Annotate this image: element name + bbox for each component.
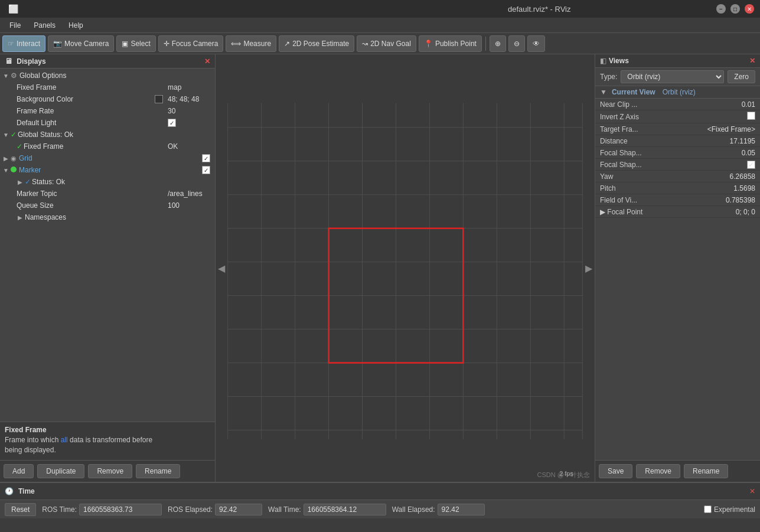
views-close[interactable]: ✕ [749,57,755,65]
background-color-row[interactable]: Background Color 48; 48; 48 [0,93,215,105]
maximize-button[interactable]: □ [730,4,740,14]
target-frame-label: Target Fra... [600,125,705,133]
ros-time-input[interactable] [79,504,162,515]
focal-shape1-row[interactable]: Focal Shap... 0.05 [595,147,760,159]
yaw-row[interactable]: Yaw 6.26858 [595,171,760,182]
marker-label: Marker [19,166,202,174]
global-status-fixed-frame-row[interactable]: ✓ Fixed Frame OK [0,141,215,152]
focal-shape2-check[interactable]: ✓ [747,161,755,169]
focal-point-row[interactable]: ▶ Focal Point 0; 0; 0 [595,206,760,218]
measure-button[interactable]: ⟺ Measure [226,35,276,52]
marker-status-row[interactable]: ▶ ✓ Status: Ok [0,176,215,188]
monitor-icon: 🖥 [5,57,12,66]
near-clip-row[interactable]: Near Clip ... 0.01 [595,99,760,110]
views-rename-button[interactable]: Rename [684,464,728,478]
views-remove-button[interactable]: Remove [636,464,680,478]
background-color-value: 48; 48; 48 [165,95,213,103]
tree-content: ▼ ⚙ Global Options Fixed Frame map Backg… [0,68,215,422]
invert-z-check[interactable] [747,112,755,120]
views-icon: ◧ [600,57,606,65]
frame-rate-row[interactable]: Frame Rate 30 [0,105,215,117]
near-clip-value: 0.01 [739,100,755,109]
marker-topic-row[interactable]: Marker Topic /area_lines [0,188,215,200]
camera-icon: 📷 [53,40,62,48]
field-of-view-label: Field of Vi... [600,196,723,204]
status-text: Frame into which all data is transformed… [5,435,210,455]
default-light-row[interactable]: Default Light ✓ [0,117,215,129]
wall-elapsed-input[interactable] [438,504,485,515]
invert-z-row[interactable]: Invert Z Axis [595,110,760,123]
experimental-checkbox[interactable] [704,505,712,513]
global-status-row[interactable]: ▼ ✓ Global Status: Ok [0,129,215,141]
pose-icon: ↗ [284,40,290,48]
field-of-view-row[interactable]: Field of Vi... 0.785398 [595,194,760,206]
menu-panels[interactable]: Panels [28,20,61,31]
time-close[interactable]: ✕ [749,487,755,495]
fps-display: 2 fps [559,470,573,477]
global-status-fixed-frame-value: OK [165,142,213,151]
fixed-frame-row[interactable]: Fixed Frame map [0,81,215,93]
zero-button[interactable]: Zero [728,70,755,83]
eye-icon-button[interactable]: 👁 [527,35,545,52]
marker-check[interactable]: ✓ [202,166,210,174]
displays-panel-header: 🖥 Displays ✕ [0,54,215,68]
ros-elapsed-input[interactable] [215,504,262,515]
remove-button[interactable]: Remove [88,464,132,478]
nav-goal-button[interactable]: ↝ 2D Nav Goal [357,35,416,52]
reset-button[interactable]: Reset [5,503,36,516]
grid-check[interactable]: ✓ [202,154,210,162]
panel-buttons: Add Duplicate Remove Rename [0,460,215,482]
distance-row[interactable]: Distance 17.1195 [595,135,760,147]
queue-size-row[interactable]: Queue Size 100 [0,200,215,211]
pitch-value: 1.5698 [731,184,755,192]
wall-time-input[interactable] [304,504,386,515]
fixed-frame-label: Fixed Frame [17,83,165,92]
move-camera-button[interactable]: 📷 Move Camera [48,35,114,52]
add-button[interactable]: Add [4,464,34,478]
namespaces-label: Namespaces [25,213,213,221]
displays-close[interactable]: ✕ [204,57,210,66]
add-icon-button[interactable]: ⊕ [490,35,506,52]
status-highlight: all [61,436,68,444]
wall-time-group: Wall Time: [268,504,386,515]
point-icon: 📍 [424,40,433,48]
focal-shape2-row[interactable]: Focal Shap... ✓ [595,159,760,171]
views-buttons: Save Remove Rename [595,460,760,482]
publish-point-button[interactable]: 📍 Publish Point [419,35,482,52]
views-panel: ◧ Views ✕ Type: Orbit (rviz) Zero ▼ Curr… [595,54,760,482]
close-button[interactable]: ✕ [745,4,754,14]
viewport[interactable]: ◀ ▶ CSDN @一叶执念 2 fps [216,54,595,482]
global-options-row[interactable]: ▼ ⚙ Global Options [0,70,215,81]
collapse-left-arrow[interactable]: ◀ [216,260,227,276]
marker-topic-label: Marker Topic [17,190,165,198]
views-save-button[interactable]: Save [599,464,632,478]
grid-row[interactable]: ▶ ◉ Grid ✓ [0,152,215,164]
invert-z-label: Invert Z Axis [600,113,743,121]
target-frame-row[interactable]: Target Fra... <Fixed Frame> [595,123,760,135]
time-bar: 🕐 Time ✕ [0,482,760,500]
near-clip-label: Near Clip ... [600,100,739,109]
wall-time-label: Wall Time: [268,505,301,514]
pose-estimate-button[interactable]: ↗ 2D Pose Estimate [279,35,354,52]
menu-file[interactable]: File [4,20,27,31]
duplicate-button[interactable]: Duplicate [37,464,84,478]
interact-button[interactable]: ☞ Interact [2,35,45,52]
pitch-row[interactable]: Pitch 1.5698 [595,182,760,194]
grid-label: Grid [19,154,202,162]
marker-row[interactable]: ▼ Marker ✓ [0,164,215,176]
views-type-dropdown[interactable]: Orbit (rviz) [621,70,724,83]
views-title: Views [609,57,749,65]
time-row: Reset ROS Time: ROS Elapsed: Wall Time: … [0,500,760,518]
collapse-right-arrow[interactable]: ▶ [583,260,595,276]
remove-icon-button[interactable]: ⊖ [508,35,525,52]
queue-size-value: 100 [165,201,213,210]
select-button[interactable]: ▣ Select [116,35,155,52]
nav-icon: ↝ [362,40,368,48]
menu-help[interactable]: Help [63,20,89,31]
measure-icon: ⟺ [231,40,241,48]
minimize-button[interactable]: − [716,4,726,14]
namespaces-row[interactable]: ▶ Namespaces [0,211,215,223]
default-light-check[interactable]: ✓ [168,119,176,127]
rename-button[interactable]: Rename [136,464,180,478]
focus-camera-button[interactable]: ✛ Focus Camera [158,35,224,52]
